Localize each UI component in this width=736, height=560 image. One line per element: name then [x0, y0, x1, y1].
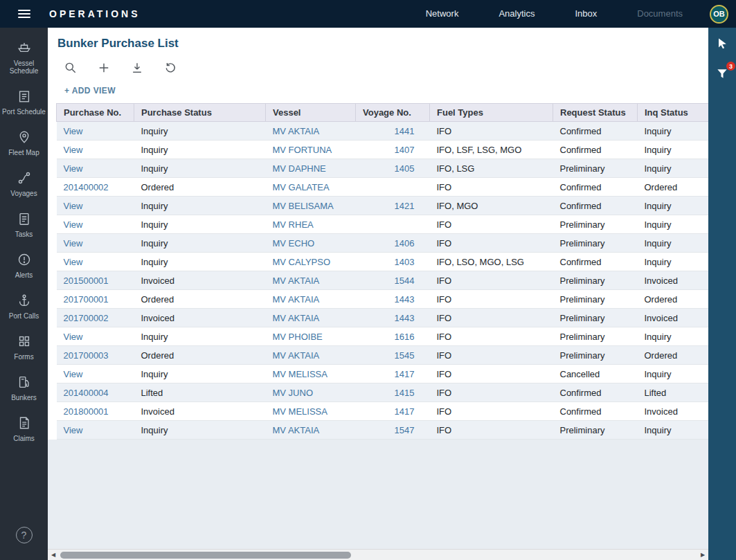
- sidebar-item-port-calls[interactable]: Port Calls: [0, 287, 48, 327]
- column-header[interactable]: Voyage No.: [356, 104, 430, 122]
- fuel-types-cell: IFO: [430, 122, 553, 141]
- column-header[interactable]: Inq Status: [638, 104, 709, 122]
- sidebar-item-bunkers[interactable]: Bunkers: [0, 368, 48, 409]
- purchase-no-link[interactable]: View: [57, 159, 134, 178]
- vessel-link[interactable]: MV GALATEA: [266, 178, 356, 197]
- purchase-no-link[interactable]: 201700003: [57, 346, 134, 365]
- vessel-link[interactable]: MV AKTAIA: [266, 271, 356, 290]
- column-header[interactable]: Purchase Status: [134, 104, 266, 122]
- column-header[interactable]: Fuel Types: [430, 104, 553, 122]
- scroll-left-arrow[interactable]: ◀: [48, 550, 59, 560]
- purchase-no-link[interactable]: View: [57, 141, 134, 159]
- voyage-no-link[interactable]: 1406: [356, 234, 430, 253]
- column-header[interactable]: Request Status: [553, 104, 638, 122]
- reset-icon[interactable]: [163, 60, 177, 75]
- search-icon[interactable]: [63, 60, 78, 75]
- download-icon[interactable]: [129, 60, 144, 75]
- fuel-types-cell: IFO: [430, 290, 553, 309]
- voyage-no-link[interactable]: 1544: [356, 271, 430, 290]
- voyage-no-link[interactable]: 1415: [356, 383, 430, 402]
- voyage-no-link[interactable]: 1441: [356, 122, 430, 141]
- vessel-link[interactable]: MV CALYPSO: [266, 253, 356, 271]
- sidebar-item-claims[interactable]: Claims: [0, 409, 48, 450]
- purchase-no-link[interactable]: 201400004: [57, 383, 134, 402]
- sidebar-item-tasks[interactable]: Tasks: [0, 205, 48, 246]
- vessel-link[interactable]: MV MELISSA: [266, 365, 356, 383]
- scrollbar-thumb[interactable]: [60, 552, 351, 559]
- voyage-no-link[interactable]: 1417: [356, 365, 430, 383]
- vessel-link[interactable]: MV AKTAIA: [266, 290, 356, 309]
- nav-item-analytics[interactable]: Analytics: [478, 0, 555, 28]
- table-row: 201700002InvoicedMV AKTAIA1443IFOPrelimi…: [57, 309, 709, 327]
- inq-status-cell: Invoiced: [638, 309, 709, 327]
- vessel-link[interactable]: MV AKTAIA: [266, 309, 356, 327]
- request-status-cell: Preliminary: [553, 290, 638, 309]
- request-status-cell: Confirmed: [553, 402, 638, 421]
- purchase-no-link[interactable]: 201700001: [57, 290, 134, 309]
- purchase-no-link[interactable]: View: [57, 215, 134, 234]
- vessel-link[interactable]: MV DAPHNE: [266, 159, 356, 178]
- column-header[interactable]: Purchase No.: [57, 104, 134, 122]
- request-status-cell: Preliminary: [553, 346, 638, 365]
- purchase-no-link[interactable]: 201800001: [57, 402, 134, 421]
- purchase-no-link[interactable]: View: [57, 421, 134, 440]
- vessel-link[interactable]: MV ECHO: [266, 234, 356, 253]
- vessel-link[interactable]: MV PHOIBE: [266, 327, 356, 346]
- voyage-no-link[interactable]: 1407: [356, 141, 430, 159]
- purchase-no-link[interactable]: View: [57, 365, 134, 383]
- cursor-icon[interactable]: [713, 35, 731, 53]
- request-status-cell: Confirmed: [553, 178, 638, 197]
- purchase-no-link[interactable]: 201700002: [57, 309, 134, 327]
- nav-item-network[interactable]: Network: [406, 0, 479, 28]
- sidebar-item-fleet-map[interactable]: Fleet Map: [0, 123, 48, 164]
- sidebar-item-alerts[interactable]: Alerts: [0, 246, 48, 287]
- user-avatar[interactable]: OB: [710, 5, 728, 24]
- filter-icon[interactable]: 3: [713, 65, 731, 83]
- inq-status-cell: Inquiry: [638, 365, 709, 383]
- add-icon[interactable]: [96, 60, 111, 75]
- purchase-no-link[interactable]: View: [57, 122, 134, 141]
- voyage-no-link[interactable]: 1417: [356, 402, 430, 421]
- vessel-link[interactable]: MV BELISAMA: [266, 197, 356, 215]
- purchase-no-link[interactable]: View: [57, 197, 134, 215]
- voyage-no-link[interactable]: 1616: [356, 327, 430, 346]
- inq-status-cell: Inquiry: [638, 253, 709, 271]
- horizontal-scrollbar[interactable]: ◀ ▶: [48, 549, 708, 560]
- sidebar-item-voyages[interactable]: Voyages: [0, 164, 48, 205]
- menu-icon[interactable]: [0, 10, 48, 18]
- purchase-no-link[interactable]: 201500001: [57, 271, 134, 290]
- column-header[interactable]: Vessel: [266, 104, 356, 122]
- purchase-no-link[interactable]: 201400002: [57, 178, 134, 197]
- vessel-link[interactable]: MV AKTAIA: [266, 346, 356, 365]
- voyage-no-link[interactable]: 1421: [356, 197, 430, 215]
- sidebar-item-port-schedule[interactable]: Port Schedule: [0, 82, 48, 123]
- nav-item-documents[interactable]: Documents: [617, 0, 703, 28]
- voyage-no-link[interactable]: 1443: [356, 309, 430, 327]
- sidebar-help[interactable]: ?: [0, 521, 48, 550]
- nav-item-inbox[interactable]: Inbox: [555, 0, 617, 28]
- vessel-link[interactable]: MV AKTAIA: [266, 122, 356, 141]
- sidebar-item-vessel-schedule[interactable]: Vessel Schedule: [0, 33, 48, 82]
- help-icon[interactable]: ?: [16, 527, 33, 543]
- purchase-no-link[interactable]: View: [57, 327, 134, 346]
- purchase-status-cell: Inquiry: [134, 197, 266, 215]
- vessel-link[interactable]: MV RHEA: [266, 215, 356, 234]
- vessel-link[interactable]: MV AKTAIA: [266, 421, 356, 440]
- purchase-status-cell: Invoiced: [134, 309, 266, 327]
- sidebar-item-label: Bunkers: [11, 394, 37, 402]
- scroll-right-arrow[interactable]: ▶: [697, 550, 708, 560]
- purchase-no-link[interactable]: View: [57, 253, 134, 271]
- vessel-link[interactable]: MV MELISSA: [266, 402, 356, 421]
- vessel-link[interactable]: MV JUNO: [266, 383, 356, 402]
- voyage-no-link[interactable]: 1405: [356, 159, 430, 178]
- vessel-link[interactable]: MV FORTUNA: [266, 141, 356, 159]
- voyage-no-link[interactable]: 1403: [356, 253, 430, 271]
- fuel-types-cell: IFO, LSG: [430, 159, 553, 178]
- voyage-no-link[interactable]: 1443: [356, 290, 430, 309]
- sidebar-item-forms[interactable]: Forms: [0, 327, 48, 368]
- voyage-no-link[interactable]: 1547: [356, 421, 430, 440]
- table-row: 201400004LiftedMV JUNO1415IFOConfirmedLi…: [57, 383, 709, 402]
- voyage-no-link[interactable]: 1545: [356, 346, 430, 365]
- purchase-no-link[interactable]: View: [57, 234, 134, 253]
- add-view-button[interactable]: + ADD VIEW: [57, 76, 708, 103]
